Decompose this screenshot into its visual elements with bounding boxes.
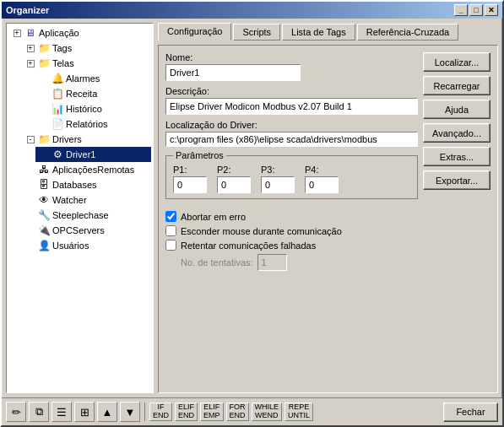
sidebar-item-label-opcservers: OPCServers [52, 225, 105, 235]
end3-text: END [230, 412, 246, 420]
sidebar-item-tags[interactable]: + 📁 Tags [22, 41, 151, 56]
tab-scripts[interactable]: Scripts [233, 24, 280, 41]
sidebar-item-opcservers[interactable]: 🔌 OPCServers [22, 223, 151, 238]
tab-lista-de-tags[interactable]: Lista de Tags [282, 24, 355, 41]
up-icon: ▲ [102, 406, 113, 419]
p3-label: P3: [261, 165, 295, 175]
fechar-button[interactable]: Fechar [443, 403, 498, 422]
sidebar-item-databases[interactable]: 🗄 Databases [22, 177, 151, 192]
p4-input[interactable] [305, 176, 339, 193]
sidebar-item-drivers[interactable]: - 📁 Drivers [22, 132, 151, 147]
toolbar-edit-button[interactable]: ✏ [6, 402, 26, 422]
exportar-button[interactable]: Exportar... [423, 170, 490, 190]
descricao-group: Descrição: [165, 86, 418, 115]
down-icon: ▼ [125, 406, 136, 419]
toolbar-for-end-button[interactable]: FOR END [226, 403, 249, 421]
sidebar-item-usuarios[interactable]: 👤 Usuários [22, 238, 151, 253]
driver-item-icon: ⚙ [51, 148, 64, 161]
expand-drivers[interactable]: - [24, 132, 37, 146]
organizer-window: Organizer _ □ ✕ + 🖥 Aplicação + 📁 Ta [0, 0, 504, 427]
abortar-checkbox[interactable] [165, 211, 176, 222]
localizacao-group: Localização do Driver: [165, 120, 418, 147]
right-buttons: Localizar... Recarregar Ajuda Avançado..… [423, 52, 490, 386]
title-bar: Organizer _ □ ✕ [2, 2, 502, 19]
sidebar-item-label-aplicacao: Aplicação [39, 28, 79, 38]
sidebar-item-alarmes[interactable]: 🔔 Alarmes [35, 71, 151, 86]
sidebar-item-aplicacoes-remotas[interactable]: 🖧 AplicaçõesRemotas [22, 162, 151, 177]
maximize-button[interactable]: □ [469, 4, 483, 16]
grid-icon: ⊞ [80, 406, 89, 419]
avancado-button[interactable]: Avançado... [423, 123, 490, 143]
report-icon: 📄 [51, 117, 64, 131]
p3-input[interactable] [261, 176, 295, 193]
list-icon: ☰ [57, 406, 67, 419]
opc-icon: 🔌 [37, 224, 51, 237]
sidebar-item-watcher[interactable]: 👁 Watcher [22, 192, 151, 208]
params-row: P1: P2: P3: [173, 165, 410, 193]
close-window-button[interactable]: ✕ [485, 4, 498, 16]
history-icon: 📊 [51, 102, 64, 116]
toolbar-down-button[interactable]: ▼ [120, 402, 140, 422]
sidebar-item-label-steeplechase: Steeplechase [52, 210, 109, 220]
sidebar-item-telas[interactable]: + 📁 Telas [22, 56, 151, 71]
sidebar-item-relatorios[interactable]: 📄 Relatórios [35, 116, 151, 132]
p1-label: P1: [173, 165, 207, 175]
p1-input[interactable] [173, 176, 207, 193]
sidebar-item-label-drivers: Drivers [52, 134, 82, 144]
toolbar-elif-end-button[interactable]: ELIF END [175, 403, 198, 421]
minimize-button[interactable]: _ [454, 4, 468, 16]
toolbar-repe-until-button[interactable]: REPE UNTIL [285, 403, 313, 421]
toolbar-if-end-button[interactable]: IF END [149, 403, 172, 421]
localizacao-input[interactable] [165, 132, 418, 147]
sidebar-item-aplicacao[interactable]: + 🖥 Aplicação [8, 25, 151, 41]
toolbar-grid-button[interactable]: ⊞ [74, 402, 95, 422]
spacer-historico [37, 102, 51, 116]
end-text: END [153, 412, 169, 420]
spacer-relatorios [37, 117, 51, 131]
sidebar-item-historico[interactable]: 📊 Histórico [35, 101, 151, 116]
esconder-checkbox[interactable] [165, 225, 176, 236]
nome-input[interactable] [165, 64, 301, 81]
toolbar-elif2-button[interactable]: ELIF EMP [200, 403, 224, 421]
localizar-button[interactable]: Localizar... [423, 52, 490, 72]
bottom-toolbar: ✏ ⧉ ☰ ⊞ ▲ ▼ IF END ELIF END ELIF EMP [2, 397, 502, 425]
sidebar-item-label-aplicacoes-remotas: AplicaçõesRemotas [52, 165, 134, 175]
spacer-aplic-remotas [24, 163, 37, 176]
no-tentativas-label: No. de tentativas: [181, 257, 253, 268]
toolbar-up-button[interactable]: ▲ [97, 402, 117, 422]
retentar-label: Retentar comunicações falhadas [181, 241, 316, 251]
ajuda-button[interactable]: Ajuda [423, 100, 490, 119]
toolbar-list-button[interactable]: ☰ [51, 402, 72, 422]
emp-text: EMP [203, 412, 220, 420]
sidebar-item-label-telas: Telas [52, 58, 74, 68]
tree: + 🖥 Aplicação + 📁 Tags + 📁 Telas [7, 24, 153, 255]
params-group-label: Parâmetros [173, 150, 226, 160]
spacer-usuarios [24, 239, 37, 252]
expand-aplicacao[interactable]: + [10, 26, 24, 40]
p4-label: P4: [305, 165, 339, 175]
sidebar-item-receita[interactable]: 📋 Receita [35, 86, 151, 101]
tab-configuracao[interactable]: Configuração [158, 23, 231, 41]
descricao-input[interactable] [165, 98, 418, 115]
user-icon: 👤 [37, 239, 51, 252]
spacer-steeplechase [24, 208, 37, 222]
spacer-watcher [24, 193, 37, 207]
tab-content: Nome: Descrição: Localização do Driver: [158, 45, 498, 393]
retentar-checkbox[interactable] [165, 240, 176, 251]
recarregar-button[interactable]: Recarregar [423, 76, 490, 95]
database-icon: 🗄 [37, 178, 51, 192]
expand-telas[interactable]: + [24, 57, 37, 70]
folder-icon-telas: 📁 [37, 57, 51, 70]
spacer-driver1 [37, 148, 51, 161]
sidebar-item-driver1[interactable]: ⚙ Driver1 [35, 147, 151, 162]
tab-referencia-cruzada[interactable]: Referência-Cruzada [357, 24, 458, 41]
esconder-row: Esconder mouse durante comunicação [165, 225, 418, 236]
sidebar-item-steeplechase[interactable]: 🔧 Steeplechase [22, 208, 151, 223]
toolbar-copy-button[interactable]: ⧉ [29, 402, 49, 422]
toolbar-while-wend-button[interactable]: WHILE WEND [252, 403, 283, 421]
p2-input[interactable] [217, 176, 251, 193]
extras-button[interactable]: Extras... [423, 147, 490, 166]
expand-tags[interactable]: + [24, 41, 37, 55]
end2-text: END [178, 412, 194, 420]
window-content: + 🖥 Aplicação + 📁 Tags + 📁 Telas [2, 19, 502, 397]
